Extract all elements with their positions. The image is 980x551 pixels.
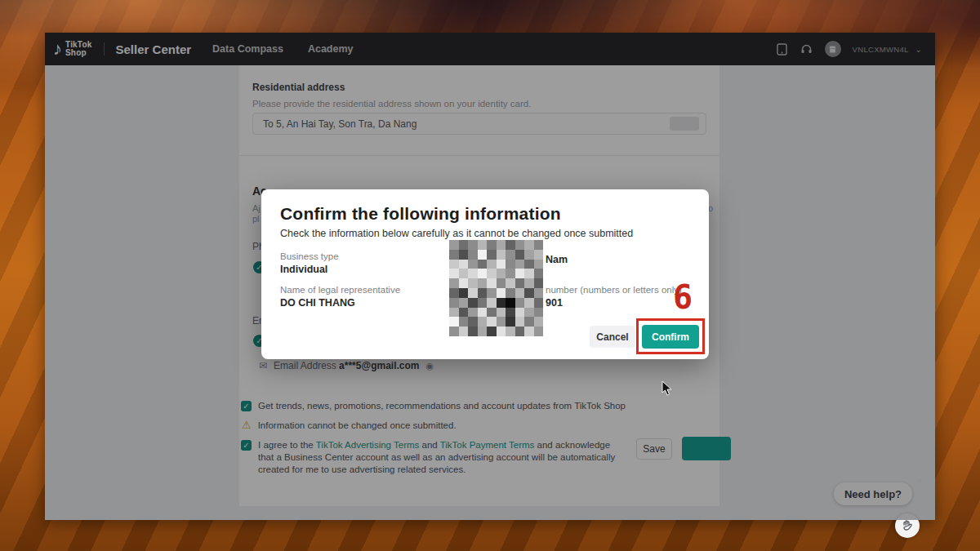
legal-representative-label: Name of legal representative — [280, 285, 400, 295]
business-type-value: Individual — [280, 264, 339, 275]
legal-representative-value: DO CHI THANG — [280, 297, 400, 309]
cancel-button[interactable]: Cancel — [590, 326, 635, 348]
id-number-label-fragment: number (numbers or letters only) — [546, 285, 682, 295]
nationality-value-fragment: Nam — [546, 254, 568, 265]
modal-subtitle: Check the information below carefully as… — [280, 228, 633, 239]
id-number-value-fragment: 901 — [546, 297, 682, 309]
business-type-field: Business type Individual — [280, 251, 339, 275]
business-type-label: Business type — [280, 251, 339, 261]
annotation-highlight-rect — [636, 318, 705, 354]
id-number-field-fragment: number (numbers or letters only) 901 — [546, 285, 682, 309]
screen: ♪ TikTokShop Seller Center Data Compass … — [0, 0, 980, 551]
legal-representative-field: Name of legal representative DO CHI THAN… — [280, 285, 400, 309]
annotation-step-number: 6 — [673, 281, 693, 313]
modal-title: Confirm the following information — [280, 204, 561, 224]
help-hand-icon — [901, 519, 914, 532]
censored-mosaic — [449, 240, 543, 336]
mouse-cursor — [662, 380, 673, 400]
